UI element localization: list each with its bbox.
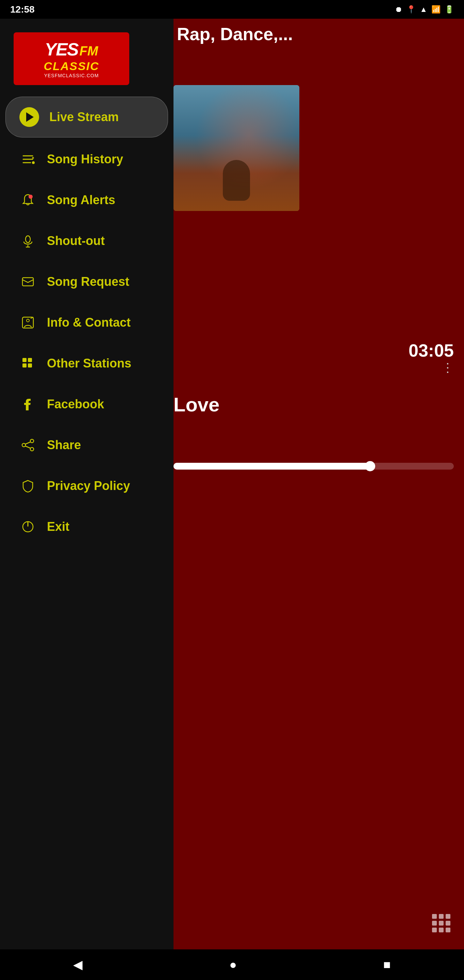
menu-item-share[interactable]: Share [5, 426, 168, 464]
song-request-icon [19, 273, 37, 291]
svg-rect-10 [22, 278, 33, 286]
share-icon [19, 436, 37, 454]
logo-classic: CLASSIC [43, 60, 99, 73]
menu-item-song-alerts[interactable]: Song Alerts [5, 181, 168, 219]
menu-label-song-history: Song History [47, 152, 123, 166]
exit-icon [19, 518, 37, 536]
play-triangle [26, 112, 34, 122]
shout-out-icon [19, 232, 37, 250]
more-options-icon[interactable]: ⋮ [442, 361, 454, 375]
menu-item-facebook[interactable]: Facebook [5, 385, 168, 423]
logo-container: YES FM CLASSIC YESFMCLASSIC.COM [0, 19, 173, 95]
record-icon: ⏺ [395, 5, 402, 14]
menu-label-facebook: Facebook [47, 397, 104, 411]
status-icons: ⏺ 📍 ▲ 📶 🔋 [395, 5, 454, 14]
menu-item-song-history[interactable]: Song History [5, 140, 168, 178]
navigation-bar: ◀ ● ■ [0, 950, 464, 980]
home-button[interactable]: ● [229, 958, 237, 972]
live-stream-play-icon [19, 107, 39, 127]
svg-rect-11 [22, 317, 33, 328]
menu-label-other-stations: Other Stations [47, 356, 131, 371]
svg-point-12 [27, 319, 29, 322]
signal-icon: 📶 [431, 5, 440, 14]
menu-item-song-request[interactable]: Song Request [5, 263, 168, 301]
svg-point-6 [29, 195, 33, 199]
other-stations-icon [19, 355, 37, 372]
svg-line-22 [25, 446, 30, 448]
status-bar: 12:58 ⏺ 📍 ▲ 📶 🔋 [0, 0, 464, 19]
more-dot: ⋮ [442, 361, 454, 375]
navigation-drawer: YES FM CLASSIC YESFMCLASSIC.COM Live Str… [0, 19, 173, 950]
recents-button[interactable]: ■ [383, 958, 391, 972]
menu-label-info-contact: Info & Contact [47, 315, 130, 330]
menu-label-song-request: Song Request [47, 275, 129, 289]
menu-item-info-contact[interactable]: Info & Contact [5, 304, 168, 342]
facebook-icon [19, 395, 37, 413]
battery-icon: 🔋 [445, 5, 454, 14]
album-art-figure [223, 160, 250, 201]
menu-label-song-alerts: Song Alerts [47, 193, 115, 207]
back-button[interactable]: ◀ [73, 958, 83, 972]
song-alerts-icon [19, 191, 37, 209]
logo-box: YES FM CLASSIC YESFMCLASSIC.COM [14, 32, 129, 85]
song-history-icon [19, 150, 37, 168]
logo-row1: YES FM [45, 39, 98, 60]
album-art [173, 85, 299, 211]
svg-point-7 [25, 236, 30, 243]
svg-rect-14 [22, 358, 27, 362]
svg-point-19 [22, 443, 25, 447]
svg-rect-17 [28, 363, 32, 368]
logo-yes: YES [45, 39, 78, 60]
menu-item-other-stations[interactable]: Other Stations [5, 344, 168, 382]
menu-item-exit[interactable]: Exit [5, 508, 168, 546]
progress-fill [173, 463, 370, 469]
svg-rect-15 [28, 358, 32, 362]
wifi-icon: ▲ [420, 5, 427, 14]
logo-inner: YES FM CLASSIC YESFMCLASSIC.COM [43, 39, 99, 78]
svg-point-20 [30, 447, 34, 451]
logo-sub: YESFMCLASSIC.COM [44, 73, 99, 78]
privacy-policy-icon [19, 477, 37, 495]
genre-text: Rap, Dance,... [177, 24, 293, 44]
menu-label-share: Share [47, 438, 81, 452]
svg-point-3 [32, 161, 35, 164]
svg-line-21 [25, 442, 30, 444]
time-display: 03:05 [408, 340, 454, 361]
album-art-image [173, 85, 299, 211]
location-icon: 📍 [407, 5, 416, 14]
menu-item-live-stream[interactable]: Live Stream [5, 97, 168, 137]
menu-label-live-stream: Live Stream [49, 110, 119, 124]
status-time: 12:58 [10, 4, 35, 15]
menu-item-privacy-policy[interactable]: Privacy Policy [5, 467, 168, 505]
menu-item-shout-out[interactable]: Shout-out [5, 222, 168, 260]
menu-label-exit: Exit [47, 520, 69, 534]
menu-label-shout-out: Shout-out [47, 234, 105, 248]
svg-point-18 [30, 439, 34, 443]
now-playing-text: Love [173, 393, 219, 416]
grid-icon[interactable] [432, 914, 450, 932]
svg-rect-16 [22, 363, 27, 368]
progress-bar[interactable] [173, 463, 454, 469]
logo-fm: FM [79, 44, 98, 59]
menu-label-privacy-policy: Privacy Policy [47, 479, 130, 493]
info-contact-icon [19, 314, 37, 331]
